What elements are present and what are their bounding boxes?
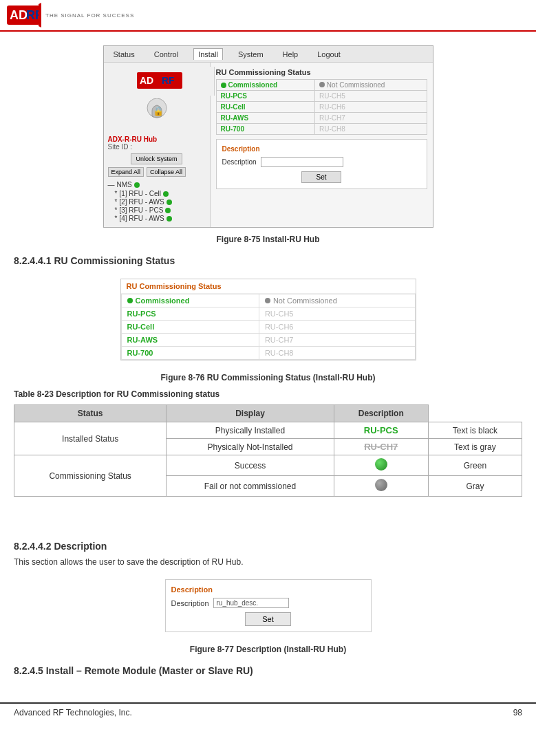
figure-76-caption: Figure 8-76 RU Commissioning Status (Ins… [14,373,522,382]
col-header-status: Status [14,405,167,422]
phys-installed-desc: Text is black [428,422,522,439]
tree-item-1[interactable]: *[1] RFU - Cell [108,190,206,197]
svg-text:🔒: 🔒 [153,105,164,117]
fail-display [334,476,428,497]
cs-ru-ch8: RU-CH8 [259,347,415,360]
figure-77-wrapper: Description Description Set [14,574,522,638]
commissioned-label: Commissioned [221,81,311,89]
success-sublabel: Success [167,455,334,476]
section-8242-heading: 8.2.4.4.2 Description [14,541,522,552]
figure-77-title: Description [171,585,365,594]
spacer [14,502,522,530]
nav-system[interactable]: System [234,49,268,60]
nav-install[interactable]: Install [193,48,223,60]
cs-ru-ch5: RU-CH5 [259,307,415,321]
green-circle-icon [375,458,387,471]
ru-ch5-disabled: RU-CH5 [315,91,427,102]
sidebar-logo: AD RF [108,67,215,96]
nav-logout[interactable]: Logout [313,49,345,60]
tree-item-2[interactable]: *[2] RFU - AWS [108,198,206,206]
nms-status-dot [134,182,140,188]
nav-status[interactable]: Status [109,49,139,60]
expand-all-button[interactable]: Expand All [108,167,144,177]
sidebar-hub-label: ADX-R-RU Hub [108,136,206,143]
commissioned-dot [221,83,226,88]
section-8245-heading: 8.2.4.5 Install – Remote Module (Master … [14,665,522,676]
success-display [334,455,428,476]
svg-text:AD: AD [10,8,28,22]
unlock-system-button[interactable]: Unlock System [131,153,182,164]
desc-box-title: Description [222,145,421,153]
figure-76-ui: RU Commissioning Status Commissioned Not… [120,279,416,360]
section-8241-heading: 8.2.4.4.1 RU Commissioning Status [14,255,522,266]
sidebar-site-label: Site ID : [108,143,206,151]
page-footer: Advanced RF Technologies, Inc. 98 [0,702,536,722]
desc-set-button[interactable]: Set [301,171,341,183]
nav-help[interactable]: Help [279,49,303,60]
tree-item-3[interactable]: *[3] RFU - PCS [108,206,206,214]
not-commissioned-dot [319,82,325,87]
commission-status-grid: Commissioned Not Commissioned [216,79,427,135]
ru-pcs-active: RU-PCS [216,91,315,102]
collapse-all-button[interactable]: Collapse All [147,167,186,177]
table-row-success: Commissioning Status Success Green [14,455,522,476]
desc-input[interactable] [261,157,343,167]
rfu-aws-dot [167,199,172,205]
col-header-description: Description [334,405,428,422]
svg-text:AD: AD [140,75,153,86]
figure-75-caption: Figure 8-75 Install-RU Hub [14,235,522,244]
fail-desc: Gray [428,476,522,497]
rfu-pcs-dot [165,208,171,213]
desc-label: Description [222,158,257,166]
fail-sublabel: Fail or not commissioned [167,476,334,497]
sidebar-shield-icon: 🔒 [143,98,171,133]
sidebar: AD RF 🔒 ADX-R-RU Hub Site ID : [104,63,211,227]
col-header-display: Display [167,405,334,422]
expand-collapse-buttons: Expand All Collapse All [108,167,206,177]
success-desc: Green [428,455,522,476]
nav-control[interactable]: Control [150,49,182,60]
cs-green-dot [127,298,133,303]
figure-77-desc-input[interactable] [213,598,289,608]
figure-77-desc-row: Description [171,598,365,608]
phys-installed-display: RU-PCS [334,422,428,439]
desc-row: Description [222,157,421,167]
figure-77-desc-label: Description [171,599,209,607]
table-row-installed-physically: Installed Status Physically Installed RU… [14,422,522,439]
figure-76-wrapper: RU Commissioning Status Commissioned Not… [14,273,522,366]
nav-bar: Status Control Install System Help Logou… [104,46,433,63]
ru-ch6-disabled: RU-CH6 [315,102,427,113]
cs-commissioned: Commissioned [127,296,253,305]
figure-75-wrapper: Status Control Install System Help Logou… [14,45,522,228]
cs-ru-aws: RU-AWS [121,334,259,347]
cs-grid: Commissioned Not Commissioned RU-PCS RU-… [121,294,416,360]
ui-main-panel: RU Commissioning Status Commissioned [211,63,433,227]
figure-76-title: RU Commissioning Status [121,279,416,294]
table-823: Status Display Description Installed Sta… [14,404,522,497]
cs-not-commissioned: Not Commissioned [265,296,409,305]
footer-page-number: 98 [513,708,522,717]
sidebar-logo-icon: AD RF [137,71,185,90]
phys-installed-sublabel: Physically Installed [167,422,334,439]
ru-ch7-disabled: RU-CH7 [315,113,427,124]
tree-item-4[interactable]: *[4] RFU - AWS [108,215,206,222]
installed-status-label: Installed Status [14,422,167,455]
not-commissioned-label: Not Commissioned [319,81,422,89]
figure-77-set-button[interactable]: Set [245,612,291,626]
gray-circle-icon [375,479,387,491]
adrf-tagline: THE SIGNAL FOR SUCCESS [45,12,134,19]
footer-left: Advanced RF Technologies, Inc. [14,708,132,717]
ru-aws-active: RU-AWS [216,113,315,124]
main-content: Status Control Install System Help Logou… [0,32,536,689]
adrf-logo-icon: AD RF [7,3,41,28]
figure-75-ui: Status Control Install System Help Logou… [103,45,433,228]
cs-ru-ch6: RU-CH6 [259,321,415,334]
table-823-caption: Table 8-23 Description for RU Commission… [14,389,522,399]
cs-gray-dot [265,298,270,303]
section-8242-body: This section allows the user to save the… [14,557,522,567]
figure-77-caption: Figure 8-77 Description (Install-RU Hub) [14,645,522,654]
phys-not-installed-desc: Text is gray [428,439,522,455]
phys-not-installed-display: RU-CH7 [334,439,428,455]
ru-cell-active: RU-Cell [216,102,315,113]
svg-text:RF: RF [162,75,175,86]
